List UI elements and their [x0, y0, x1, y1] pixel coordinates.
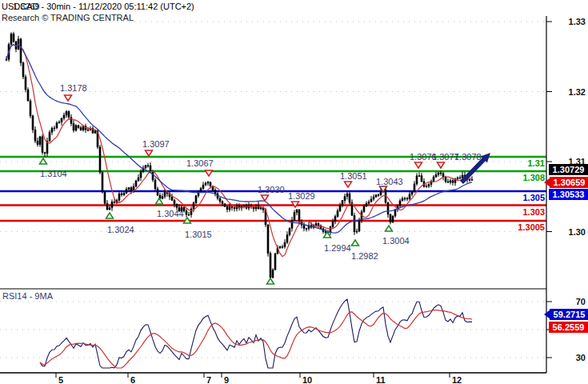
- resistance-marker-icon: [65, 95, 72, 101]
- resistance-marker-icon: [415, 162, 422, 168]
- rsi-pane-title: RSI14 - 9MA: [2, 291, 53, 301]
- resistance-marker-icon: [146, 150, 153, 156]
- x-axis-label: 11: [376, 375, 386, 384]
- current-price-box-1: 1.30659: [550, 177, 588, 188]
- pivot-price-label: 1.3004: [382, 236, 410, 246]
- pivot-price-label: 1.3043: [376, 177, 403, 186]
- pivot-price-label: 1.3044: [157, 209, 184, 218]
- support-marker-icon: [156, 198, 163, 204]
- support-marker-icon: [40, 158, 47, 164]
- resistance-marker-icon: [262, 195, 269, 201]
- trading-central-chart: 1.3269 USDCAD - 30min - 11/12/2020 05:11…: [0, 0, 588, 384]
- sr-line-label: 1.303: [522, 207, 545, 217]
- pivot-price-label: 1.2982: [351, 251, 378, 261]
- pivot-price-label: 1.3030: [258, 185, 285, 194]
- rsi-ma-line: [40, 310, 472, 369]
- pivot-price-label: 1.3024: [107, 225, 134, 234]
- sr-line-label: 1.305: [522, 193, 545, 202]
- y-axis-label: 30: [576, 353, 586, 362]
- x-axis-label: 5: [58, 375, 63, 384]
- pivot-price-label: 1.3029: [288, 191, 315, 201]
- rsi-value-box-0: 59.2715: [550, 309, 588, 320]
- current-price-box-2: 1.30533: [549, 189, 588, 200]
- support-marker-icon: [267, 278, 274, 284]
- support-marker-icon: [386, 226, 393, 231]
- x-axis-label: 9: [224, 375, 229, 384]
- y-axis-label: 70: [576, 297, 586, 306]
- resistance-marker-icon: [206, 170, 213, 176]
- pivot-price-label: 1.3178: [60, 83, 87, 93]
- ma-fast-line: [6, 45, 472, 257]
- support-marker-icon: [106, 213, 114, 218]
- y-axis-label: 1.32: [569, 87, 586, 97]
- support-marker-icon: [352, 240, 359, 246]
- current-price-box-0: 1.30729: [549, 164, 588, 175]
- x-axis-label: 10: [302, 375, 312, 384]
- pivot-price-label: 1.3097: [142, 139, 170, 149]
- pivot-price-label: 1.3015: [185, 230, 212, 239]
- pivot-price-label: 1.3104: [40, 169, 67, 178]
- y-axis-label: 1.30: [569, 227, 586, 237]
- rsi-line: [40, 299, 472, 368]
- chart-title: USDCAD - 30min - 11/12/2020 05:11:42 (UT…: [2, 2, 194, 11]
- sr-line-label: 1.31: [528, 158, 545, 168]
- pivot-price-label: 1.3078: [454, 152, 482, 162]
- sr-line-label: 1.308: [522, 173, 545, 182]
- pivot-price-label: 1.3067: [186, 158, 214, 168]
- sr-line-label: 1.3005: [518, 222, 545, 232]
- resistance-marker-icon: [438, 162, 445, 168]
- x-axis-label: 12: [452, 375, 462, 384]
- pivot-price-label: 1.2994: [324, 243, 351, 253]
- resistance-marker-icon: [345, 182, 352, 187]
- rsi-value-box-1: 56.2559: [549, 322, 588, 333]
- research-credit: Research © TRADING CENTRAL: [2, 13, 134, 22]
- x-axis-label: 6: [130, 375, 135, 384]
- y-axis-label: 1.33: [569, 17, 586, 26]
- pivot-price-label: 1.3051: [340, 171, 367, 181]
- x-axis-label: 7: [206, 375, 211, 384]
